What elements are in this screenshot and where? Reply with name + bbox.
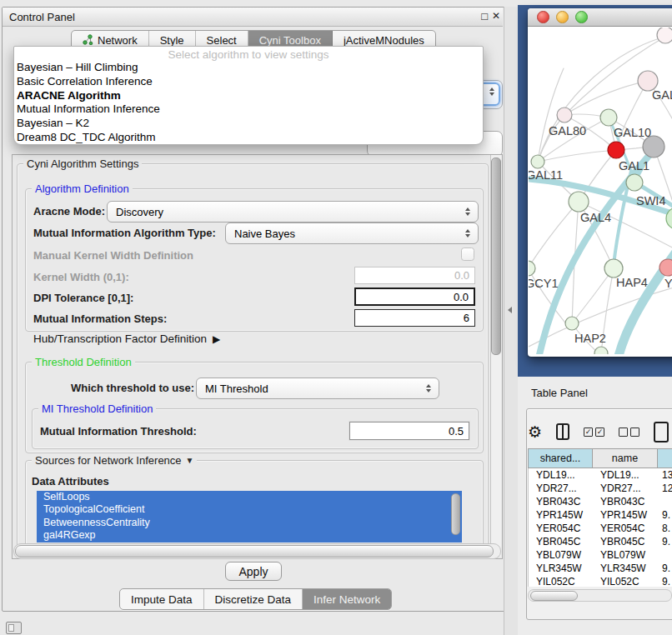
network-graph[interactable]: GALGAL80GAL10GAL11GAL1SWI4GAL4GCY1HAP4YH… [529,28,672,354]
column-header[interactable]: name [592,448,657,468]
collapse-left-icon[interactable] [508,307,512,313]
table-row[interactable]: YIL052CYIL052C9. [529,575,672,587]
table-row[interactable]: YPR145WYPR145W9. [529,508,672,522]
panel-toggle-icon[interactable] [6,622,22,634]
manual-kernel-width-checkbox[interactable] [461,248,474,261]
aracne-mode-value: Discovery [108,206,465,218]
table-row[interactable]: YBR045CYBR045C9. [529,535,672,548]
hub-definition-label: Hub/Transcription Factor Definition [33,332,207,345]
network-edge[interactable] [572,268,614,323]
table-cell: 9. [658,536,672,548]
data-attributes-list[interactable]: SelfLoopsTopologicalCoefficientBetweenne… [37,491,462,542]
table-row[interactable]: YLR345WYLR345W9. [529,562,672,575]
algorithm-option[interactable]: Basic Correlation Inference [14,75,483,89]
algorithm-option[interactable]: Mutual Information Inference [14,102,483,117]
sources-group-title: Sources for Network Inference ▼ [32,454,197,467]
zoom-traffic-light-icon[interactable] [575,11,588,23]
attribute-item[interactable]: gal4RGexp [37,529,462,542]
algorithm-option[interactable]: ARACNE Algorithm [14,89,483,103]
kernel-width-field[interactable]: 0.0 [354,267,475,284]
table-row[interactable]: YDR27...YDR27...12 [529,482,672,495]
tab-label: Style [160,34,184,47]
close-traffic-light-icon[interactable] [537,11,549,23]
attribute-item[interactable]: TopologicalCoefficient [37,503,462,516]
spinner-arrows-icon [426,384,439,392]
network-node-gal4[interactable] [569,192,589,212]
apply-button[interactable]: Apply [225,562,282,581]
network-canvas[interactable]: GALGAL80GAL10GAL11GAL1SWI4GAL4GCY1HAP4YH… [529,28,672,354]
hub-definition-toggle[interactable]: Hub/Transcription Factor Definition ▶ [33,332,220,345]
tab-impute-data[interactable]: Impute Data [120,589,204,609]
network-node-hap2[interactable] [565,317,579,330]
network-edge[interactable] [538,150,616,162]
table-horizontal-scrollbar-thumb[interactable] [530,591,578,601]
mi-steps-field[interactable]: 6 [354,309,475,327]
tab-discretize-data[interactable]: Discretize Data [204,589,303,609]
collapse-down-icon[interactable]: ▼ [182,456,194,465]
network-node-gal10[interactable] [600,109,617,126]
threshold-definition-title: Threshold Definition [32,356,135,368]
network-node-hap4[interactable] [604,259,623,278]
algorithm-option[interactable]: Bayesian – K2 [14,117,483,131]
document-icon[interactable] [654,422,669,442]
which-threshold-combobox[interactable]: MI Threshold [196,378,439,399]
table-cell: YBR045C [529,536,593,548]
pane-divider[interactable] [504,7,519,635]
network-node-y[interactable] [659,259,672,276]
split-columns-icon[interactable] [556,423,569,440]
table-toolbar: ⚙ ✓✓ [528,417,669,447]
network-node-gal80[interactable] [557,108,572,122]
algorithm-option[interactable]: Dream8 DC_TDC Algorithm [14,131,483,145]
minimize-traffic-light-icon[interactable] [556,11,569,23]
network-window-titlebar[interactable] [528,8,672,27]
close-icon[interactable]: ✕ [492,10,500,22]
table-row[interactable]: YBR043CYBR043C [529,495,672,508]
column-header[interactable] [657,448,672,468]
network-edge[interactable] [529,202,579,268]
table-row[interactable]: YBL079WYBL079W [529,548,672,562]
attribute-item[interactable]: SelfLoops [37,491,462,503]
node-label: GAL80 [549,124,586,138]
attribute-item[interactable]: BetweennessCentrality [37,517,462,529]
column-header[interactable]: shared... [528,448,592,468]
network-node-gal1[interactable] [626,174,643,191]
tab-infer-network[interactable]: Infer Network [303,589,391,609]
mi-threshold-definition-title: MI Threshold Definition [38,402,156,415]
algorithm-dropdown-list: Select algorithm to view settings Bayesi… [13,46,484,145]
algorithm-option[interactable]: Bayesian – Hill Climbing [14,61,483,75]
tab-label: Network [98,34,138,47]
network-node[interactable] [608,142,624,158]
network-node[interactable] [657,28,672,43]
node-label: GAL4 [580,211,611,224]
dpi-tolerance-field[interactable]: 0.0 [354,288,475,306]
table-row[interactable]: YER054CYER054C8. [529,522,672,535]
node-label: GCY1 [529,277,559,290]
tab-label: Discretize Data [215,593,292,606]
mi-algorithm-type-combobox[interactable]: Naive Bayes [225,222,479,244]
manual-kernel-width-label: Manual Kernel Width Definition [33,249,193,262]
table-cell: 13 [658,469,672,481]
attributes-scrollbar-thumb[interactable] [451,493,460,535]
network-node-gal11[interactable] [531,155,544,168]
float-window-icon[interactable]: □ [481,10,488,22]
network-node-gcy1[interactable] [529,261,535,276]
algorithm-options: Bayesian – Hill ClimbingBasic Correlatio… [14,61,483,145]
node-label: HAP4 [616,276,648,289]
mi-threshold-field[interactable]: 0.5 [349,422,469,440]
check-all-icon[interactable]: ✓✓ [584,428,604,437]
which-threshold-value: MI Threshold [197,382,426,395]
table-row[interactable]: YDL19...YDL19...13 [529,468,672,482]
gear-icon[interactable]: ⚙ [528,424,542,440]
data-attributes-label: Data Attributes [32,475,109,488]
settings-vertical-scrollbar-thumb[interactable] [491,158,501,355]
mi-steps-label: Mutual Information Steps: [33,312,167,325]
table-cell: 9. [658,576,672,587]
network-node[interactable] [594,347,608,354]
uncheck-all-icon[interactable] [619,428,639,437]
aracne-mode-combobox[interactable]: Discovery [107,201,479,222]
table-horizontal-scrollbar[interactable] [528,589,672,602]
settings-horizontal-scrollbar-thumb[interactable] [15,545,494,558]
table-body: YDL19...YDL19...13YDR27...YDR27...12YBR0… [528,468,672,587]
network-view-window[interactable]: GALGAL80GAL10GAL11GAL1SWI4GAL4GCY1HAP4YH… [528,8,672,357]
table-cell: YDR27... [593,482,658,494]
